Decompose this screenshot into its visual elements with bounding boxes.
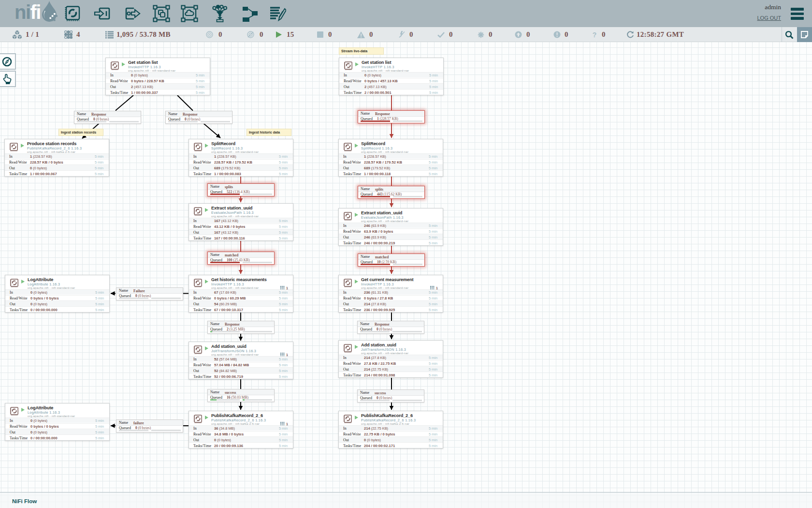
svg-text:nifi: nifi xyxy=(14,1,41,23)
svg-text:?: ? xyxy=(593,31,597,38)
